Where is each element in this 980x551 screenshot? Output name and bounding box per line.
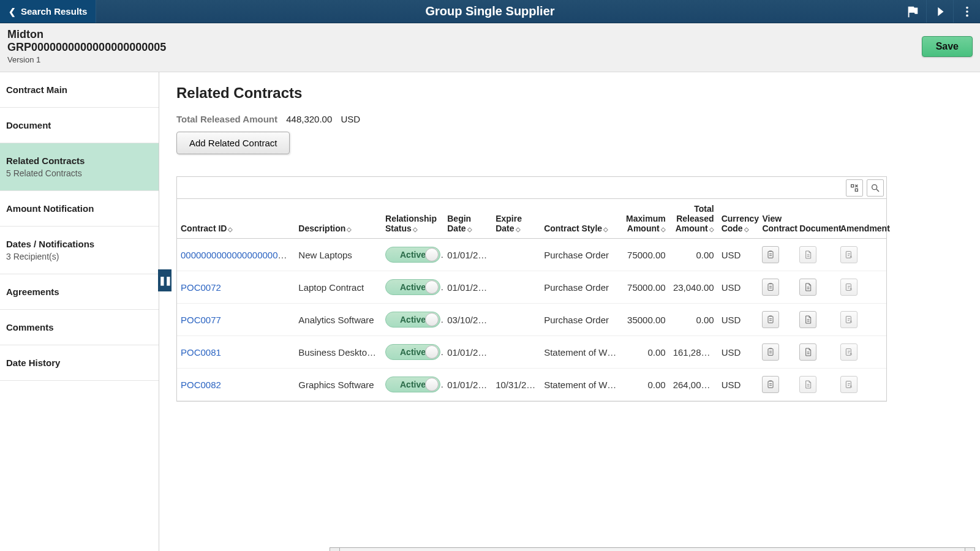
- cell-maximum-amount: 0.00: [621, 369, 669, 401]
- contract-id-link[interactable]: POC0077: [181, 315, 221, 325]
- status-toggle[interactable]: Active: [385, 247, 440, 263]
- scroll-left-arrow-icon[interactable]: ◀: [330, 548, 340, 551]
- cell-contract-id: POC0072: [177, 271, 295, 304]
- grid-personalize-icon[interactable]: [846, 179, 863, 197]
- cell-document: [796, 239, 837, 271]
- sidebar-item-label: Contract Main: [6, 84, 153, 95]
- table-row: POC0081Business Desktop PCActive01/01/20…: [177, 336, 886, 369]
- sidebar-item[interactable]: Comments: [0, 310, 159, 345]
- sort-icon: ◇: [603, 226, 608, 233]
- table-row: POC0082Graphics SoftwareActive01/01/2016…: [177, 369, 886, 401]
- sort-icon: ◇: [661, 226, 666, 233]
- sort-icon: ◇: [228, 226, 233, 233]
- cell-contract-style: Statement of Work: [540, 336, 621, 369]
- sidebar-item[interactable]: Date History: [0, 345, 159, 381]
- view-contract-icon[interactable]: [762, 246, 779, 263]
- svg-rect-7: [846, 284, 851, 291]
- sidebar-item-label: Document: [6, 120, 153, 130]
- view-contract-icon[interactable]: [762, 343, 779, 361]
- view-contract-icon[interactable]: [762, 376, 779, 393]
- sidebar-collapse-handle[interactable]: ❚❚: [158, 269, 172, 291]
- sidebar-item[interactable]: Agreements: [0, 274, 159, 310]
- cell-expire-date: [492, 336, 540, 369]
- back-button[interactable]: ❮ Search Results: [0, 0, 96, 23]
- col-description[interactable]: Description◇: [295, 199, 382, 239]
- horizontal-scrollbar[interactable]: ◀ ▶: [330, 547, 975, 551]
- contract-id-link[interactable]: POC0082: [181, 380, 221, 390]
- sort-icon: ◇: [347, 226, 352, 233]
- contract-id-link[interactable]: POC0081: [181, 347, 221, 358]
- kebab-menu-icon[interactable]: [953, 0, 980, 23]
- cell-status: Active: [382, 369, 443, 401]
- status-toggle[interactable]: Active: [385, 279, 440, 295]
- col-begin-date[interactable]: Begin Date◇: [443, 199, 492, 239]
- total-released-value: 448,320.00: [286, 114, 332, 124]
- amendment-icon[interactable]: [840, 343, 858, 361]
- flag-icon[interactable]: [899, 0, 926, 23]
- cell-amendment: [837, 239, 886, 271]
- sidebar-item[interactable]: Contract Main: [0, 72, 159, 108]
- status-toggle[interactable]: Active: [385, 377, 440, 392]
- sidebar: Contract MainDocumentRelated Contracts5 …: [0, 72, 159, 551]
- top-bar: ❮ Search Results Group Single Supplier: [0, 0, 980, 23]
- group-id: GRP0000000000000000000005: [7, 41, 166, 54]
- status-toggle[interactable]: Active: [385, 312, 440, 328]
- sidebar-item-label: Related Contracts: [6, 156, 153, 166]
- svg-point-0: [966, 6, 968, 9]
- sidebar-item[interactable]: Dates / Notifications3 Recipient(s): [0, 227, 159, 274]
- cell-view-contract: [758, 369, 796, 401]
- cell-amendment: [837, 271, 886, 304]
- sidebar-item[interactable]: Amount Notification: [0, 191, 159, 227]
- svg-rect-5: [846, 252, 851, 258]
- sidebar-item[interactable]: Document: [0, 108, 159, 143]
- amendment-icon[interactable]: [840, 279, 858, 296]
- grid-search-icon[interactable]: [867, 179, 884, 197]
- next-icon[interactable]: [926, 0, 953, 23]
- cell-status: Active: [382, 336, 443, 369]
- amendment-icon[interactable]: [840, 246, 858, 263]
- document-icon[interactable]: [799, 279, 816, 296]
- sidebar-item-sublabel: 3 Recipient(s): [6, 252, 153, 261]
- cell-expire-date: [492, 304, 540, 336]
- cell-amendment: [837, 369, 886, 401]
- status-toggle[interactable]: Active: [385, 344, 440, 360]
- table-row: 0000000000000000000000070New LaptopsActi…: [177, 239, 886, 271]
- grid-header-row: Contract ID◇ Description◇ Relationship S…: [177, 199, 886, 239]
- col-maximum-amount[interactable]: Maximum Amount◇: [621, 199, 669, 239]
- scroll-right-arrow-icon[interactable]: ▶: [965, 548, 974, 551]
- cell-view-contract: [758, 304, 796, 336]
- view-contract-icon[interactable]: [762, 279, 779, 296]
- cell-currency: USD: [718, 369, 759, 401]
- document-icon[interactable]: [799, 343, 816, 361]
- col-currency-code[interactable]: Currency Code◇: [718, 199, 759, 239]
- col-relationship-status[interactable]: Relationship Status◇: [382, 199, 443, 239]
- amendment-icon[interactable]: [840, 376, 858, 393]
- cell-expire-date: [492, 239, 540, 271]
- sidebar-item[interactable]: Related Contracts5 Related Contracts: [0, 143, 159, 191]
- document-icon[interactable]: [799, 376, 816, 393]
- col-total-released[interactable]: Total Released Amount◇: [669, 199, 718, 239]
- cell-currency: USD: [718, 336, 759, 369]
- contract-id-link[interactable]: POC0072: [181, 282, 221, 293]
- cell-description: Business Desktop PC: [295, 336, 382, 369]
- col-contract-style[interactable]: Contract Style◇: [540, 199, 621, 239]
- col-expire-date[interactable]: Expire Date◇: [492, 199, 540, 239]
- cell-document: [796, 336, 837, 369]
- add-related-contract-button[interactable]: Add Related Contract: [176, 132, 290, 154]
- cell-status: Active: [382, 271, 443, 304]
- contract-id-link[interactable]: 0000000000000000000000070: [181, 250, 295, 260]
- document-icon[interactable]: [799, 246, 816, 263]
- svg-rect-8: [768, 317, 773, 323]
- cell-contract-style: Purchase Order: [540, 304, 621, 336]
- sidebar-item-sublabel: 5 Related Contracts: [6, 168, 153, 178]
- cell-contract-id: POC0077: [177, 304, 295, 336]
- amendment-icon[interactable]: [840, 311, 858, 328]
- col-contract-id[interactable]: Contract ID◇: [177, 199, 295, 239]
- sort-icon: ◇: [516, 226, 521, 233]
- cell-description: Analytics Software: [295, 304, 382, 336]
- save-button[interactable]: Save: [922, 36, 973, 57]
- document-icon[interactable]: [799, 311, 816, 328]
- view-contract-icon[interactable]: [762, 311, 779, 328]
- cell-begin-date: 01/01/2016: [443, 271, 492, 304]
- col-document: Document: [796, 199, 837, 239]
